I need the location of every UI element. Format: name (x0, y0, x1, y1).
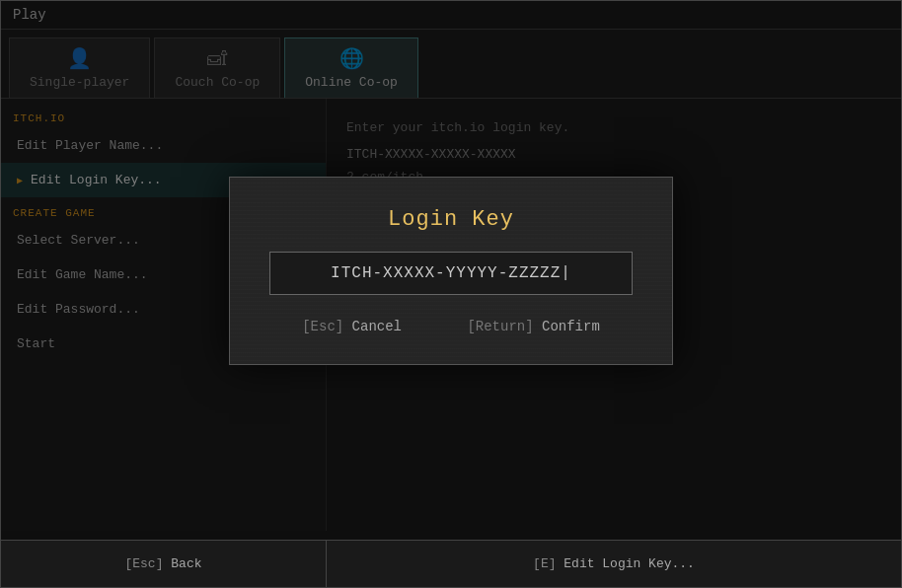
modal-input-container[interactable] (269, 252, 633, 295)
confirm-bracket: [Return] (467, 319, 533, 334)
bottom-bar: [Esc] Back [E] Edit Login Key... (1, 540, 901, 587)
main-window: Play 👤 Single-player 🛋 Couch Co-op 🌐 Onl… (0, 0, 902, 588)
back-label: Back (171, 556, 201, 571)
modal-overlay: Login Key [Esc] Cancel [Return] Confirm (1, 1, 901, 540)
edit-login-hotkey[interactable]: [E] Edit Login Key... (533, 556, 695, 571)
confirm-label: Confirm (542, 319, 600, 334)
cancel-bracket: [Esc] (302, 319, 343, 334)
login-key-input[interactable] (286, 264, 616, 282)
login-key-modal: Login Key [Esc] Cancel [Return] Confirm (229, 177, 673, 365)
back-hotkey[interactable]: [Esc] Back (124, 556, 201, 571)
modal-title: Login Key (269, 207, 633, 232)
cancel-button[interactable]: [Esc] Cancel (302, 319, 402, 334)
bottom-left: [Esc] Back (1, 541, 327, 587)
confirm-button[interactable]: [Return] Confirm (467, 319, 599, 334)
edit-login-label: Edit Login Key... (564, 556, 695, 571)
back-bracket: [Esc] (124, 556, 163, 571)
edit-login-bracket: [E] (533, 556, 556, 571)
cancel-label: Cancel (352, 319, 402, 334)
modal-buttons: [Esc] Cancel [Return] Confirm (269, 319, 633, 334)
bottom-right: [E] Edit Login Key... (327, 556, 901, 571)
